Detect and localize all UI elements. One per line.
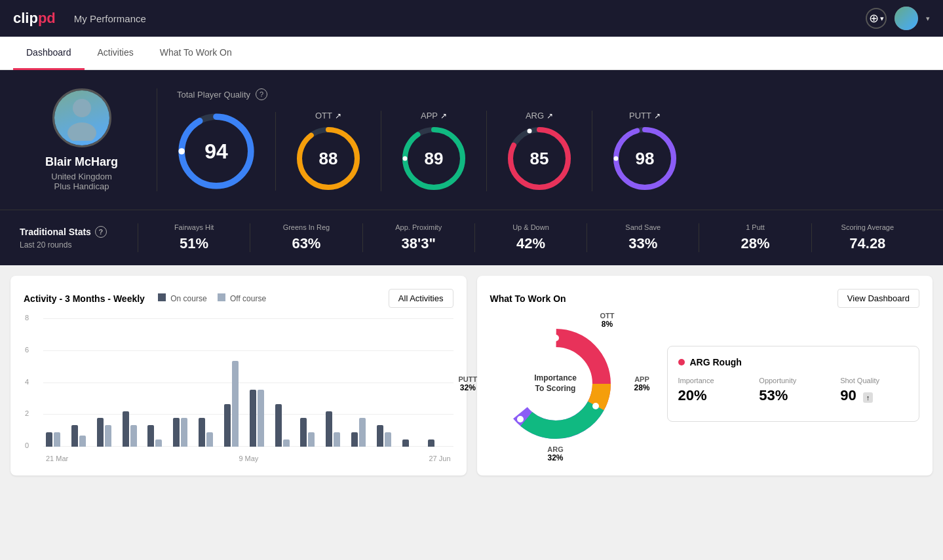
bar-group xyxy=(97,418,120,447)
info-card-stats: Importance 20% Opportunity 53% Shot Qual… xyxy=(678,377,909,404)
bar-group xyxy=(123,411,145,447)
bar-off-course xyxy=(181,418,187,447)
total-quality-help-icon[interactable]: ? xyxy=(256,88,267,100)
arg-ring: 85 xyxy=(507,126,572,191)
bar-on-course xyxy=(173,418,180,447)
bar-group xyxy=(250,390,273,447)
bar-group xyxy=(173,418,196,447)
bar-group xyxy=(71,425,94,447)
bottom-panels: Activity - 3 Months - Weekly On course O… xyxy=(0,265,943,486)
activity-title: Activity - 3 Months - Weekly xyxy=(24,293,145,304)
profile-dropdown-arrow[interactable]: ▾ xyxy=(926,14,930,23)
bar-off-course xyxy=(130,425,137,447)
hero-section: Blair McHarg United Kingdom Plus Handica… xyxy=(0,70,943,210)
bar-on-course xyxy=(97,418,104,447)
player-avatar-image xyxy=(54,90,109,145)
arg-arrow: ↗ xyxy=(547,111,553,121)
bar-group xyxy=(300,418,323,447)
app-value: 89 xyxy=(425,149,444,169)
bar-chart: 8 6 4 2 0 21 Mar 9 May 27 Jun xyxy=(24,318,453,462)
all-activities-button[interactable]: All Activities xyxy=(389,289,453,308)
trad-stat-scoring: Scoring Average 74.28 xyxy=(811,223,923,252)
traditional-stats-section: Traditional Stats ? Last 20 rounds Fairw… xyxy=(0,210,943,265)
player-avatar xyxy=(52,88,111,147)
tab-dashboard[interactable]: Dashboard xyxy=(13,37,85,70)
donut-chart: Importance To Scoring xyxy=(490,318,621,449)
shot-quality-badge: ↑ xyxy=(863,392,874,403)
player-info: Blair McHarg United Kingdom Plus Handica… xyxy=(20,88,157,191)
wtwo-title: What To Work On xyxy=(490,293,566,304)
chart-legend: On course Off course xyxy=(158,293,266,303)
bar-off-course xyxy=(105,425,111,447)
trad-stats-help[interactable]: ? xyxy=(95,226,107,238)
wtwo-content: Importance To Scoring OTT 8% APP 28% ARG… xyxy=(490,318,920,449)
bar-group xyxy=(275,404,298,447)
bar-on-course xyxy=(123,411,129,447)
info-stat-importance: Importance 20% xyxy=(678,377,746,404)
svg-point-12 xyxy=(528,129,532,134)
view-dashboard-button[interactable]: View Dashboard xyxy=(837,289,919,308)
putt-ring: 98 xyxy=(612,126,678,191)
trad-stat-1putt: 1 Putt 28% xyxy=(699,223,811,252)
bar-on-course xyxy=(300,418,307,447)
bar-group xyxy=(402,439,425,447)
bar-on-course xyxy=(250,390,256,447)
trad-stat-fairways: Fairways Hit 51% xyxy=(138,223,250,252)
arg-donut-label: ARG 32% xyxy=(547,445,563,462)
ott-ring: 88 xyxy=(296,126,361,191)
bar-off-course xyxy=(283,439,290,447)
chart-x-labels: 21 Mar 9 May 27 Jun xyxy=(43,455,453,462)
bars-container xyxy=(43,318,453,447)
svg-point-9 xyxy=(403,157,408,161)
junction-dot-2 xyxy=(517,416,524,422)
ott-score-circle: OTT ↗ 88 xyxy=(276,111,381,191)
bar-off-course xyxy=(206,432,213,447)
ott-value: 88 xyxy=(319,149,338,169)
player-handicap: Plus Handicap xyxy=(54,181,109,191)
putt-score-circle: PUTT ↗ 98 xyxy=(592,111,697,191)
ott-arrow: ↗ xyxy=(335,111,341,121)
add-button[interactable]: ⊕ ▾ xyxy=(866,8,887,29)
x-label-9may: 9 May xyxy=(239,455,258,462)
putt-label: PUTT ↗ xyxy=(629,111,661,121)
trad-stat-updown: Up & Down 42% xyxy=(474,223,587,252)
main-score-circle: 94 xyxy=(170,112,276,191)
bar-group xyxy=(224,361,247,447)
info-card-dot xyxy=(678,359,685,365)
profile-avatar[interactable] xyxy=(895,7,918,30)
wtwo-header: What To Work On View Dashboard xyxy=(490,289,920,308)
app-ring: 89 xyxy=(401,126,467,191)
ott-label: OTT ↗ xyxy=(315,111,341,121)
bar-off-course xyxy=(308,432,315,447)
total-score-value: 94 xyxy=(204,139,228,163)
plus-icon: ⊕ xyxy=(869,11,879,26)
legend-off-dot xyxy=(218,293,225,301)
junction-dot-1 xyxy=(592,403,599,409)
profile-image xyxy=(895,7,918,30)
total-quality-label: Total Player Quality ? xyxy=(170,88,910,100)
tab-activities[interactable]: Activities xyxy=(85,37,147,70)
score-circles: 94 OTT ↗ 88 xyxy=(170,111,910,191)
tab-what-to-work-on[interactable]: What To Work On xyxy=(147,37,245,70)
svg-point-0 xyxy=(73,99,91,117)
legend-on-dot xyxy=(158,293,166,301)
donut-center-text: Importance To Scoring xyxy=(534,373,577,394)
top-nav: clippd My Performance ⊕ ▾ ▾ xyxy=(0,0,943,37)
info-card-title: ARG Rough xyxy=(678,357,909,367)
avatar-svg xyxy=(62,95,102,141)
logo[interactable]: clippd xyxy=(13,10,56,27)
bar-off-course xyxy=(232,361,239,447)
junction-dot-3 xyxy=(513,361,520,367)
arg-score-circle: ARG ↗ 85 xyxy=(487,111,592,191)
bar-off-course xyxy=(385,432,391,447)
info-stat-opportunity: Opportunity 53% xyxy=(759,377,827,404)
x-label-27jun: 27 Jun xyxy=(429,455,450,462)
nav-title: My Performance xyxy=(74,13,146,24)
putt-donut-label: PUTT 32% xyxy=(459,375,478,392)
info-card: ARG Rough Importance 20% Opportunity 53%… xyxy=(667,346,920,422)
bar-on-course xyxy=(224,404,231,447)
bar-on-course xyxy=(71,425,78,447)
bar-group xyxy=(199,418,221,447)
logo-clip: clip xyxy=(13,10,38,26)
junction-dot-4 xyxy=(552,335,559,341)
